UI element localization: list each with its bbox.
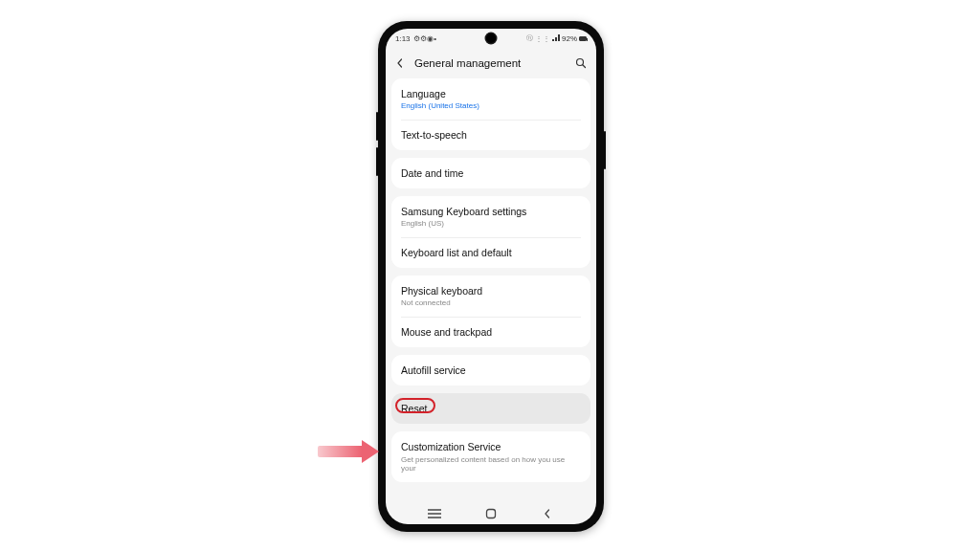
settings-group: Autofill service (391, 355, 590, 386)
power-button (604, 131, 606, 169)
status-time: 1:13 (395, 34, 411, 43)
settings-group: Language English (United States) Text-to… (391, 78, 590, 150)
row-subtitle: Get personalized content based on how yo… (401, 455, 581, 474)
signal-icon (552, 34, 560, 43)
row-title: Autofill service (401, 364, 581, 377)
svg-line-1 (583, 65, 586, 68)
row-title: Samsung Keyboard settings (401, 205, 581, 218)
row-title: Reset (401, 402, 581, 415)
app-header: General management (386, 48, 596, 78)
nav-back-button[interactable] (535, 509, 560, 518)
page-title: General management (414, 57, 566, 69)
settings-group: Date and time (391, 158, 590, 188)
row-title: Customization Service (401, 440, 581, 453)
volume-down-button (376, 147, 378, 176)
settings-group-highlighted: Reset (391, 393, 590, 424)
svg-rect-5 (486, 510, 495, 518)
nav-recents-button[interactable] (422, 509, 447, 518)
row-customization-service[interactable]: Customization Service Get personalized c… (391, 431, 590, 481)
row-title: Mouse and trackpad (401, 325, 581, 339)
row-title: Keyboard list and default (401, 246, 581, 259)
status-left-icons: ⚙ ⚙ ◉ • (413, 34, 435, 43)
row-title: Language (401, 87, 581, 100)
arrow-shaft (318, 446, 362, 457)
back-button[interactable] (395, 58, 405, 68)
nfc-icon: ⓝ (526, 33, 533, 43)
phone-frame: 1:13 ⚙ ⚙ ◉ • ⓝ ⋮⋮ 92% General management (378, 21, 604, 532)
svg-point-0 (577, 59, 584, 66)
row-title: Date and time (401, 166, 581, 180)
row-subtitle: English (United States) (401, 101, 581, 111)
row-keyboard-list[interactable]: Keyboard list and default (391, 237, 590, 268)
row-physical-keyboard[interactable]: Physical keyboard Not connected (391, 276, 590, 317)
row-title: Physical keyboard (401, 284, 581, 298)
nav-home-button[interactable] (479, 508, 503, 519)
battery-text: 92% (562, 34, 577, 43)
row-samsung-keyboard[interactable]: Samsung Keyboard settings English (US) (391, 196, 590, 237)
row-language[interactable]: Language English (United States) (391, 78, 590, 120)
annotation-arrow (318, 440, 379, 463)
row-text-to-speech[interactable]: Text-to-speech (391, 120, 590, 150)
navigation-bar (386, 503, 596, 524)
volume-up-button (376, 112, 378, 141)
search-button[interactable] (575, 57, 587, 69)
settings-group: Physical keyboard Not connected Mouse an… (391, 276, 590, 347)
row-date-time[interactable]: Date and time (391, 158, 590, 188)
battery-icon (579, 36, 587, 41)
row-reset[interactable]: Reset (391, 393, 590, 424)
front-camera (486, 33, 496, 43)
settings-group: Customization Service Get personalized c… (391, 431, 590, 481)
row-subtitle: Not connected (401, 298, 581, 308)
row-subtitle: English (US) (401, 219, 581, 229)
row-title: Text-to-speech (401, 128, 581, 142)
row-autofill[interactable]: Autofill service (391, 355, 590, 386)
arrow-head-icon (362, 440, 379, 463)
row-mouse-trackpad[interactable]: Mouse and trackpad (391, 317, 590, 347)
settings-content: Language English (United States) Text-to… (386, 78, 596, 503)
settings-group: Samsung Keyboard settings English (US) K… (391, 196, 590, 268)
wifi-icon: ⋮⋮ (535, 34, 550, 43)
phone-screen: 1:13 ⚙ ⚙ ◉ • ⓝ ⋮⋮ 92% General management (386, 29, 596, 524)
